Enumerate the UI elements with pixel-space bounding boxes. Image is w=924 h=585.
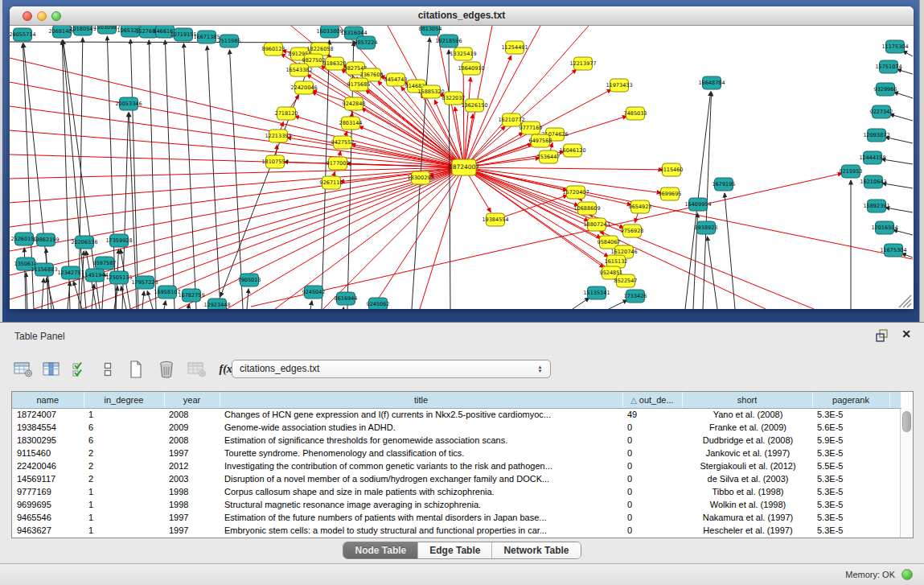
table-row[interactable]: 1456911722003Disruption of a novel membe…: [12, 472, 901, 485]
table-cell[interactable]: 0: [622, 459, 682, 472]
graph-node-hub[interactable]: 18724007: [449, 159, 479, 175]
graph-node[interactable]: 15751074: [875, 60, 901, 73]
table-cell[interactable]: 5.9E-5: [812, 434, 889, 447]
graph-node[interactable]: 9427552: [331, 136, 355, 149]
table-cell[interactable]: 9463627: [12, 524, 84, 537]
tab-edge-table[interactable]: Edge Table: [417, 542, 491, 558]
graph-node[interactable]: 19218596: [435, 35, 462, 47]
graph-node[interactable]: 16958107: [154, 286, 180, 299]
table-cell[interactable]: 49: [622, 408, 682, 421]
graph-node[interactable]: 16671385: [193, 31, 220, 43]
table-cell[interactable]: Yano et al. (2008): [682, 408, 812, 421]
network-window-titlebar[interactable]: citations_edges.txt: [10, 6, 914, 26]
table-cell[interactable]: 2: [84, 459, 164, 472]
graph-node[interactable]: 8938923: [695, 221, 718, 234]
table-cell[interactable]: 6: [84, 434, 164, 447]
column-header-pagerank[interactable]: pagerank: [812, 392, 889, 408]
graph-node[interactable]: 18300295: [407, 171, 433, 184]
table-row[interactable]: 969969511998Structural magnetic resonanc…: [12, 498, 901, 511]
graph-node[interactable]: 11175304: [881, 40, 908, 53]
table-cell[interactable]: 9699695: [12, 498, 84, 511]
graph-node[interactable]: 18807243: [583, 218, 610, 231]
graph-node[interactable]: 9267110: [320, 176, 343, 189]
graph-node[interactable]: 8215953: [840, 165, 863, 178]
graph-node[interactable]: 9756928: [621, 225, 644, 237]
graph-node[interactable]: 9175685: [347, 78, 371, 91]
graph-node[interactable]: 16543382: [285, 64, 312, 76]
graph-node[interactable]: 15135141: [583, 286, 610, 299]
table-cell[interactable]: 18300295: [12, 434, 84, 447]
graph-node[interactable]: 1679195: [713, 178, 736, 191]
minimize-window-button[interactable]: [37, 11, 47, 21]
graph-node[interactable]: 12342757: [57, 266, 84, 279]
network-canvas[interactable]: 1872400789601238912954182260589827502165…: [10, 26, 914, 309]
table-cell[interactable]: 1997: [164, 511, 220, 524]
graph-node[interactable]: 16046120: [559, 144, 585, 157]
column-header-title[interactable]: title: [220, 392, 622, 408]
graph-node[interactable]: 11973433: [606, 79, 632, 92]
table-cell[interactable]: 5.3E-5: [812, 447, 889, 459]
graph-node[interactable]: 20206536: [71, 236, 97, 249]
graph-node[interactable]: 13325419: [450, 47, 476, 60]
graph-node[interactable]: 2536447: [537, 150, 561, 163]
table-row[interactable]: 911546021997Tourette syndrome. Phenomeno…: [12, 447, 901, 459]
table-cell[interactable]: Tourette syndrome. Phenomenology and cla…: [220, 447, 622, 459]
graph-node[interactable]: 12923448: [203, 299, 230, 309]
table-cell[interactable]: Wolkin et al. (1998): [682, 498, 812, 511]
column-settings-button[interactable]: [13, 359, 34, 380]
graph-node[interactable]: 8813054: [419, 26, 442, 35]
table-cell[interactable]: 5.5E-5: [812, 459, 889, 472]
table-cell[interactable]: 0: [622, 421, 682, 434]
graph-node[interactable]: 2718120: [275, 107, 298, 120]
delete-table-button[interactable]: [156, 359, 177, 380]
graph-node[interactable]: 20053346: [115, 97, 142, 110]
table-cell[interactable]: Dudbridge et al. (2008): [682, 434, 812, 447]
table-cell[interactable]: 5.3E-5: [812, 485, 889, 498]
table-cell[interactable]: 0: [622, 524, 682, 537]
table-cell[interactable]: 18724007: [12, 408, 84, 421]
table-cell[interactable]: 1998: [164, 485, 220, 498]
table-cell[interactable]: 2008: [164, 434, 220, 447]
table-cell[interactable]: Changes of HCN gene expression and I(f) …: [220, 408, 622, 421]
graph-node[interactable]: 24055714: [10, 28, 36, 41]
graph-node[interactable]: 17359928: [105, 234, 132, 247]
column-header-name[interactable]: name: [12, 392, 84, 408]
table-cell[interactable]: 2008: [164, 408, 220, 421]
table-row[interactable]: 977716911998Corpus callosum shape and si…: [12, 485, 901, 498]
graph-node[interactable]: 15720407: [562, 186, 589, 199]
table-cell[interactable]: 0: [622, 485, 682, 498]
import-table-button[interactable]: [187, 359, 207, 380]
node-table[interactable]: namein_degreeyeartitle△ out_de...shortpa…: [11, 391, 914, 538]
graph-node[interactable]: 19862199: [32, 233, 59, 246]
graph-node[interactable]: 9177003: [326, 157, 350, 170]
graph-node[interactable]: 9242848: [343, 97, 366, 110]
table-cell[interactable]: 1: [84, 408, 164, 421]
table-cell[interactable]: Genome-wide association studies in ADHD.: [220, 421, 622, 434]
graph-node[interactable]: 16033809: [316, 26, 343, 38]
graph-node[interactable]: 9227342: [870, 105, 893, 118]
table-cell[interactable]: 5.3E-5: [812, 498, 889, 511]
graph-node[interactable]: 17957223: [131, 276, 158, 289]
graph-node[interactable]: 11675304: [880, 244, 906, 257]
table-row[interactable]: 2242004622012Investigating the contribut…: [12, 459, 901, 472]
graph-node[interactable]: 12444158: [859, 151, 885, 164]
table-cell[interactable]: 2003: [164, 472, 220, 485]
graph-node[interactable]: 11451944: [81, 269, 108, 282]
graph-node[interactable]: 16409954: [684, 198, 711, 211]
graph-node[interactable]: 18107554: [261, 155, 288, 168]
table-cell[interactable]: 1: [84, 485, 164, 498]
table-row[interactable]: 946362711997Embryonic stem cells: a mode…: [12, 524, 901, 537]
table-header-row[interactable]: namein_degreeyeartitle△ out_de...shortpa…: [12, 392, 901, 408]
resize-grip[interactable]: [899, 295, 911, 307]
graph-node[interactable]: 9777169: [519, 122, 543, 134]
table-row[interactable]: 1938455462009Genome-wide association stu…: [12, 421, 901, 434]
float-panel-icon[interactable]: [876, 329, 890, 342]
table-scrollbar-thumb[interactable]: [902, 411, 911, 432]
table-cell[interactable]: 1: [84, 498, 164, 511]
table-cell[interactable]: 2: [84, 472, 164, 485]
graph-node[interactable]: 10688609: [573, 202, 600, 215]
table-cell[interactable]: 14569117: [12, 472, 84, 485]
graph-node[interactable]: 19384554: [482, 213, 508, 226]
table-cell[interactable]: 1997: [164, 524, 220, 537]
graph-node[interactable]: 8186328: [323, 57, 347, 70]
